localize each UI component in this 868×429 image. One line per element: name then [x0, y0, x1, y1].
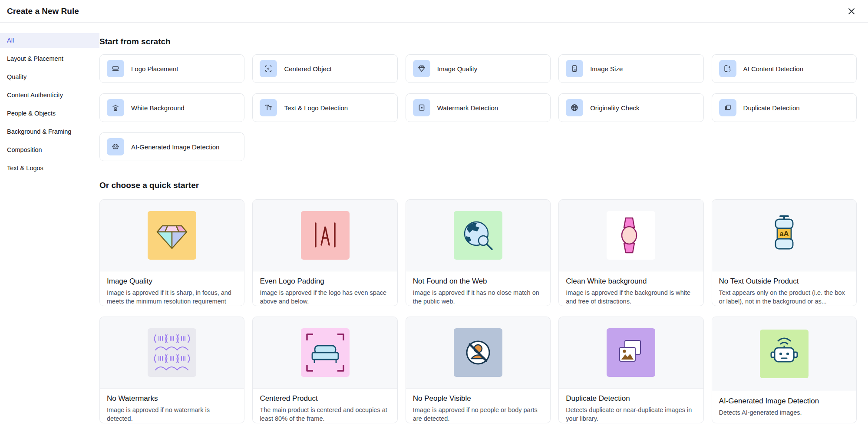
bottle-illustration: aA	[712, 200, 856, 271]
quick-card-description: Image is approved if the logo has even s…	[260, 288, 390, 306]
image-size-icon	[566, 60, 583, 77]
logo-padding-illustration	[253, 200, 397, 271]
watch-illustration	[559, 200, 703, 271]
globe-search-illustration	[406, 200, 550, 271]
scratch-card-ai-generated-image-detection[interactable]: AI-Generated Image Detection	[99, 132, 244, 161]
logo-placement-icon	[107, 60, 124, 77]
sidebar-item-all[interactable]: All	[0, 33, 99, 48]
scratch-card-label: AI-Generated Image Detection	[131, 143, 219, 151]
scratch-card-label: Logo Placement	[131, 65, 178, 73]
quick-card-description: Image is approved if no watermark is det…	[107, 406, 237, 423]
scratch-card-centered-object[interactable]: Centered Object	[252, 54, 397, 83]
sidebar-item-text-logos[interactable]: Text & Logos	[0, 161, 99, 175]
scratch-card-label: Centered Object	[284, 65, 331, 73]
duplicate-photos-illustration	[559, 317, 703, 389]
quick-card-centered-product[interactable]: Centered Product The main product is cen…	[252, 317, 397, 423]
scratch-card-text-logo-detection[interactable]: Text & Logo Detection	[252, 93, 397, 122]
sidebar-item-layout-placement[interactable]: Layout & Placement	[0, 51, 99, 66]
sidebar-item-quality[interactable]: Quality	[0, 69, 99, 84]
quick-card-not-found-on-web[interactable]: Not Found on the Web Image is approved i…	[406, 199, 551, 306]
quick-card-image-quality[interactable]: Image Quality Image is approved if it is…	[99, 199, 244, 306]
scratch-card-label: Watermark Detection	[437, 104, 498, 112]
quick-card-title: AI-Generated Image Detection	[719, 397, 849, 406]
main-panel: Start from scratch Logo Placement Center…	[99, 23, 868, 429]
sidebar-item-background-framing[interactable]: Background & Framing	[0, 124, 99, 139]
scratch-card-label: Duplicate Detection	[743, 104, 800, 112]
image-quality-icon	[413, 60, 430, 77]
quick-card-description: Image is approved if it is sharp, in foc…	[107, 288, 237, 306]
sidebar-item-content-authenticity[interactable]: Content Authenticity	[0, 88, 99, 102]
quick-card-title: No Watermarks	[107, 394, 237, 403]
watermark-pattern-illustration	[100, 317, 244, 389]
scratch-card-grid: Logo Placement Centered Object Image Qua…	[99, 54, 857, 161]
no-person-illustration	[406, 317, 550, 389]
centered-object-icon	[260, 60, 277, 77]
robot-illustration	[712, 317, 856, 391]
quick-section-heading: Or choose a quick starter	[99, 181, 857, 190]
quick-card-title: No Text Outside Product	[719, 277, 849, 286]
scratch-card-duplicate-detection[interactable]: Duplicate Detection	[712, 93, 857, 122]
white-background-icon	[107, 99, 124, 116]
scratch-card-label: Text & Logo Detection	[284, 104, 348, 112]
sidebar-item-people-objects[interactable]: People & Objects	[0, 106, 99, 121]
quick-card-even-logo-padding[interactable]: Even Logo Padding Image is approved if t…	[252, 199, 397, 306]
quick-card-grid: Image Quality Image is approved if it is…	[99, 199, 857, 423]
scratch-card-watermark-detection[interactable]: Watermark Detection	[406, 93, 551, 122]
svg-text:aA: aA	[779, 230, 789, 238]
scratch-card-image-size[interactable]: Image Size	[558, 54, 703, 83]
centered-bed-illustration	[253, 317, 397, 389]
scratch-card-ai-content-detection[interactable]: AI Content Detection	[712, 54, 857, 83]
quick-card-description: Detects AI-generated images.	[719, 408, 849, 417]
scratch-card-white-background[interactable]: White Background	[99, 93, 244, 122]
quick-card-title: Clean White background	[566, 277, 696, 286]
quick-card-description: The main product is centered and occupie…	[260, 406, 390, 423]
quick-card-no-people-visible[interactable]: No People Visible Image is approved if n…	[406, 317, 551, 423]
ai-content-detection-icon	[719, 60, 736, 77]
originality-check-icon	[566, 99, 583, 116]
close-button[interactable]	[845, 5, 858, 17]
page-title: Create a New Rule	[7, 7, 79, 16]
scratch-card-label: Image Quality	[437, 65, 478, 73]
quick-card-title: Centered Product	[260, 394, 390, 403]
quick-card-no-text-outside-product[interactable]: aA No Text Outside Product Text appears …	[712, 199, 857, 306]
quick-card-clean-white-background[interactable]: Clean White background Image is approved…	[558, 199, 703, 306]
scratch-card-label: Image Size	[590, 65, 623, 73]
scratch-card-label: AI Content Detection	[743, 65, 803, 73]
text-logo-detection-icon	[260, 99, 277, 116]
gem-illustration	[100, 200, 244, 271]
quick-card-ai-generated-image-detection[interactable]: AI-Generated Image Detection Detects AI-…	[712, 317, 857, 423]
scratch-card-label: White Background	[131, 104, 185, 112]
quick-card-title: No People Visible	[413, 394, 543, 403]
quick-card-description: Image is approved if the background is w…	[566, 288, 696, 306]
sidebar-item-composition[interactable]: Composition	[0, 142, 99, 157]
scratch-section-heading: Start from scratch	[99, 37, 857, 46]
dialog-body: All Layout & Placement Quality Content A…	[0, 23, 868, 429]
quick-card-title: Even Logo Padding	[260, 277, 390, 286]
quick-card-title: Image Quality	[107, 277, 237, 286]
scratch-card-label: Originality Check	[590, 104, 639, 112]
scratch-card-logo-placement[interactable]: Logo Placement	[99, 54, 244, 83]
ai-generated-image-detection-icon	[107, 138, 124, 155]
quick-card-description: Text appears only on the product (i.e. t…	[719, 288, 849, 306]
scratch-card-originality-check[interactable]: Originality Check	[558, 93, 703, 122]
quick-card-title: Not Found on the Web	[413, 277, 543, 286]
category-sidebar: All Layout & Placement Quality Content A…	[0, 23, 99, 429]
quick-card-description: Image is approved if it has no close mat…	[413, 288, 543, 306]
quick-card-description: Detects duplicate or near-duplicate imag…	[566, 406, 696, 423]
quick-card-title: Duplicate Detection	[566, 394, 696, 403]
quick-card-description: Image is approved if no people or body p…	[413, 406, 543, 423]
scratch-card-image-quality[interactable]: Image Quality	[406, 54, 551, 83]
close-icon	[848, 7, 855, 15]
watermark-detection-icon	[413, 99, 430, 116]
dialog-header: Create a New Rule	[0, 0, 868, 23]
quick-card-duplicate-detection[interactable]: Duplicate Detection Detects duplicate or…	[558, 317, 703, 423]
quick-card-no-watermarks[interactable]: No Watermarks Image is approved if no wa…	[99, 317, 244, 423]
duplicate-detection-icon	[719, 99, 736, 116]
